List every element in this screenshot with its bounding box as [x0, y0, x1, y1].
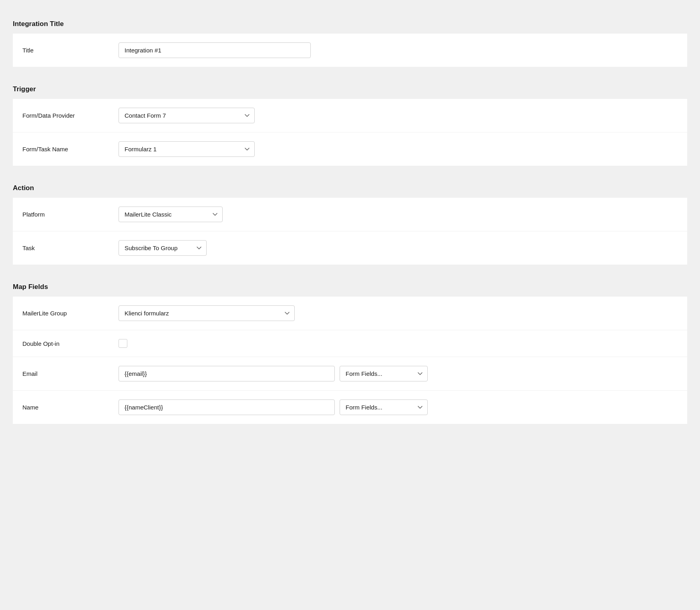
mailerlite-group-label: MailerLite Group	[22, 310, 111, 317]
form-task-name-controls: Formularz 1	[119, 141, 678, 157]
name-input[interactable]	[119, 399, 335, 415]
form-data-provider-controls: Contact Form 7	[119, 108, 678, 123]
double-opt-in-label: Double Opt-in	[22, 340, 111, 347]
action-heading: Action	[13, 184, 34, 192]
title-label: Title	[22, 47, 111, 54]
form-data-provider-select[interactable]: Contact Form 7	[119, 108, 255, 123]
trigger-section: Trigger Form/Data Provider Contact Form …	[13, 78, 687, 166]
title-field-row: Title	[13, 34, 687, 67]
form-task-name-row: Form/Task Name Formularz 1	[13, 132, 687, 166]
map-fields-header: Map Fields	[13, 276, 687, 297]
name-form-fields-select[interactable]: Form Fields...	[340, 399, 428, 415]
form-data-provider-row: Form/Data Provider Contact Form 7	[13, 99, 687, 132]
map-fields-heading: Map Fields	[13, 283, 48, 291]
email-form-fields-select[interactable]: Form Fields...	[340, 366, 428, 381]
action-section: Action Platform MailerLite Classic Task …	[13, 177, 687, 265]
trigger-header: Trigger	[13, 78, 687, 99]
email-label: Email	[22, 370, 111, 377]
integration-title-header: Integration Title	[13, 13, 687, 34]
platform-controls: MailerLite Classic	[119, 207, 678, 222]
platform-row: Platform MailerLite Classic	[13, 198, 687, 231]
trigger-heading: Trigger	[13, 85, 36, 93]
page-wrapper: Integration Title Title Trigger Form/Dat…	[0, 0, 700, 610]
form-task-name-label: Form/Task Name	[22, 146, 111, 152]
action-header: Action	[13, 177, 687, 198]
trigger-body: Form/Data Provider Contact Form 7 Form/T…	[13, 99, 687, 166]
email-controls: Form Fields...	[119, 366, 678, 381]
platform-select[interactable]: MailerLite Classic	[119, 207, 223, 222]
mailerlite-group-row: MailerLite Group Klienci formularz	[13, 297, 687, 330]
name-label: Name	[22, 404, 111, 411]
action-body: Platform MailerLite Classic Task Subscri…	[13, 198, 687, 265]
mailerlite-group-select[interactable]: Klienci formularz	[119, 305, 295, 321]
task-controls: Subscribe To Group	[119, 240, 678, 256]
email-row: Email Form Fields...	[13, 357, 687, 391]
form-task-name-select[interactable]: Formularz 1	[119, 141, 255, 157]
map-fields-section: Map Fields MailerLite Group Klienci form…	[13, 276, 687, 424]
platform-label: Platform	[22, 211, 111, 218]
task-select[interactable]: Subscribe To Group	[119, 240, 207, 256]
task-label: Task	[22, 245, 111, 251]
name-controls: Form Fields...	[119, 399, 678, 415]
email-input[interactable]	[119, 366, 335, 381]
task-row: Task Subscribe To Group	[13, 231, 687, 265]
integration-title-body: Title	[13, 34, 687, 67]
integration-title-heading: Integration Title	[13, 20, 64, 28]
double-opt-in-row: Double Opt-in	[13, 330, 687, 357]
mailerlite-group-controls: Klienci formularz	[119, 305, 678, 321]
double-opt-in-controls	[119, 339, 678, 348]
name-row: Name Form Fields...	[13, 391, 687, 424]
title-controls	[119, 42, 678, 58]
form-data-provider-label: Form/Data Provider	[22, 112, 111, 119]
title-input[interactable]	[119, 42, 311, 58]
integration-title-section: Integration Title Title	[13, 13, 687, 67]
double-opt-in-checkbox[interactable]	[119, 339, 127, 348]
map-fields-body: MailerLite Group Klienci formularz Doubl…	[13, 297, 687, 424]
